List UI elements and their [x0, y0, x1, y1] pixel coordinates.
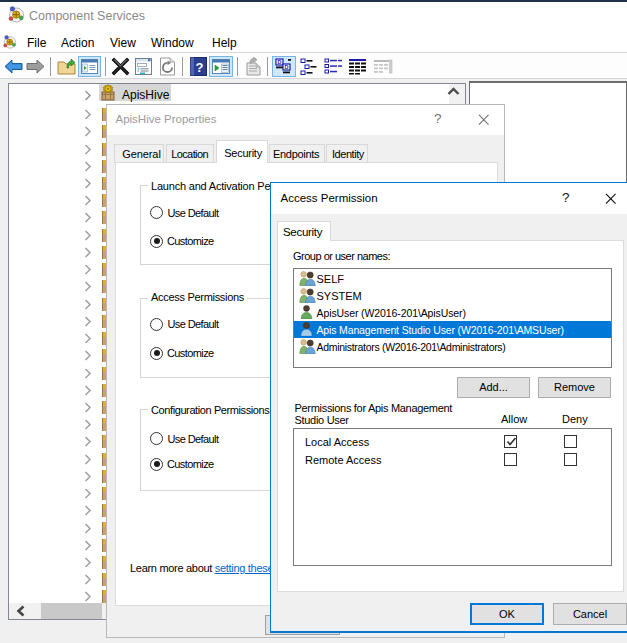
svg-text:D: D: [278, 59, 282, 65]
svg-text:D: D: [285, 64, 289, 70]
svg-text:?: ?: [196, 60, 204, 75]
